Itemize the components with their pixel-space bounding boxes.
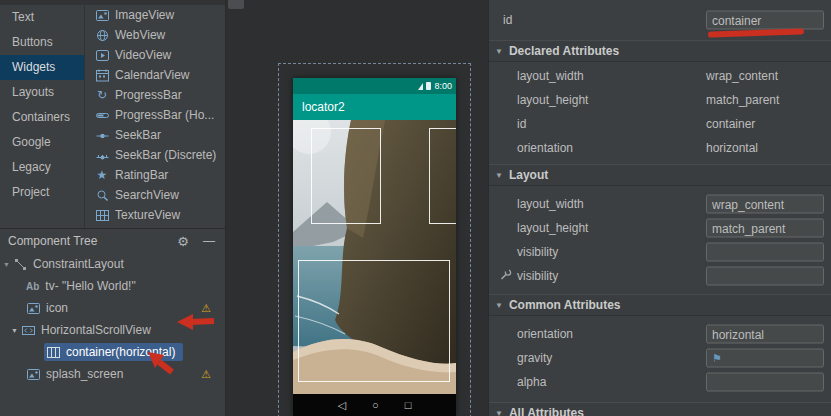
tree-item-icon[interactable]: icon ⚠ [0, 297, 225, 319]
attr-row: layout_height match_parent [489, 88, 831, 112]
palette-item-seekbar-discrete[interactable]: SeekBar (Discrete) [85, 145, 225, 165]
design-surface[interactable]: 8:00 locator2 [225, 0, 488, 416]
searchview-icon [95, 189, 109, 202]
layout-height-input[interactable]: match_parent [706, 219, 824, 238]
linearlayout-horizontal-icon [46, 346, 60, 359]
nav-recents-icon: □ [405, 399, 412, 411]
tree-item-label: tv- "Hello World!" [45, 279, 135, 293]
view-bounds-overlay [429, 128, 456, 224]
gravity-input[interactable]: ⚑ [706, 349, 824, 368]
attr-label: visibility [517, 269, 558, 283]
attr-row-id: id container [489, 8, 831, 32]
attr-label: alpha [517, 375, 546, 389]
warning-icon[interactable]: ⚠ [201, 368, 211, 381]
palette-item-label: ImageView [115, 8, 174, 22]
id-input-value: container [712, 13, 761, 27]
palette-item-label: CalendarView [115, 68, 190, 82]
ratingbar-icon: ★ [95, 169, 109, 182]
palette-item-imageview[interactable]: ImageView [85, 5, 225, 25]
tree-item-constraintlayout[interactable]: ▼ ConstraintLayout [0, 253, 225, 275]
palette-item-progressbar[interactable]: ↻ ProgressBar [85, 85, 225, 105]
warning-icon[interactable]: ⚠ [201, 302, 211, 315]
palette-item-label: SeekBar [115, 128, 161, 142]
tree-item-container[interactable]: container(horizontal) [0, 341, 225, 363]
id-input[interactable]: container [706, 11, 824, 30]
orientation-input[interactable]: horizontal [706, 325, 824, 344]
palette-item-ratingbar[interactable]: ★ RatingBar [85, 165, 225, 185]
palette-item-progressbar-horizontal[interactable]: ProgressBar (Ho... [85, 105, 225, 125]
phone-status-bar: 8:00 [293, 78, 456, 94]
palette-item-label: RatingBar [115, 168, 168, 182]
progressbar-icon: ↻ [95, 89, 109, 102]
videoview-icon [95, 49, 109, 62]
attr-row: layout_width wrap_content [489, 64, 831, 88]
layout-width-input[interactable]: wrap_content [706, 195, 824, 214]
palette-item-webview[interactable]: WebView [85, 25, 225, 45]
palette-item-label: SeekBar (Discrete) [115, 148, 216, 162]
battery-icon [426, 82, 431, 90]
palette-item-calendarview[interactable]: CalendarView [85, 65, 225, 85]
palette-item-seekbar[interactable]: SeekBar [85, 125, 225, 145]
chevron-down-icon: ▼ [495, 47, 503, 56]
imageview-icon [95, 9, 109, 22]
palette-item-label: ProgressBar (Ho... [115, 108, 214, 122]
chevron-down-icon[interactable]: ▼ [3, 261, 13, 268]
textview-icon: Ab [26, 281, 39, 292]
palette-category-legacy[interactable]: Legacy [0, 155, 84, 180]
tree-item-splash-screen[interactable]: splash_screen ⚠ [0, 363, 225, 385]
component-tree-title: Component Tree [8, 234, 177, 248]
tree-item-label: splash_screen [46, 367, 123, 381]
attr-label: id [503, 13, 512, 27]
attr-label: visibility [517, 245, 558, 259]
preview-image [293, 120, 456, 394]
attr-row: visibility [489, 264, 831, 288]
palette-item-label: VideoView [115, 48, 171, 62]
section-common-attributes[interactable]: ▼ Common Attributes [489, 294, 831, 316]
tree-item-horizontalscrollview[interactable]: ▼ HorizontalScrollView [0, 319, 225, 341]
imageview-icon [26, 368, 40, 381]
section-layout[interactable]: ▼ Layout [489, 164, 831, 186]
palette-category-text[interactable]: Text [0, 5, 84, 30]
palette-item-searchview[interactable]: SearchView [85, 185, 225, 205]
attr-row: orientation horizontal [489, 136, 831, 160]
palette-category-project[interactable]: Project [0, 180, 84, 205]
attr-value[interactable]: container [706, 117, 824, 131]
flag-icon[interactable]: ⚑ [712, 352, 722, 365]
attr-row: gravity ⚑ [489, 346, 831, 370]
palette-item-textureview[interactable]: TextureView [85, 205, 225, 225]
palette-category-buttons[interactable]: Buttons [0, 30, 84, 55]
palette-category-widgets[interactable]: Widgets [0, 55, 84, 80]
attr-row: orientation horizontal [489, 322, 831, 346]
phone-preview[interactable]: 8:00 locator2 [293, 78, 456, 416]
nav-home-icon: ○ [372, 399, 379, 411]
section-all-attributes[interactable]: ▼ All Attributes [489, 402, 831, 416]
view-bounds-overlay [311, 128, 381, 224]
signal-icon [418, 83, 423, 90]
palette-category-layouts[interactable]: Layouts [0, 80, 84, 105]
tools-visibility-input[interactable] [706, 267, 824, 286]
view-bounds-overlay [298, 260, 450, 382]
attr-value[interactable]: wrap_content [706, 69, 824, 83]
section-declared-attributes[interactable]: ▼ Declared Attributes [489, 40, 831, 62]
calendarview-icon [95, 69, 109, 82]
attr-value[interactable]: horizontal [706, 141, 824, 155]
palette-item-videoview[interactable]: VideoView [85, 45, 225, 65]
chevron-down-icon[interactable]: ▼ [11, 327, 21, 334]
seekbar-discrete-icon [95, 149, 109, 162]
wrench-icon [500, 269, 512, 284]
section-title: All Attributes [509, 406, 584, 416]
gear-icon[interactable]: ⚙ [177, 234, 189, 249]
palette-category-containers[interactable]: Containers [0, 105, 84, 130]
attr-value[interactable]: match_parent [706, 93, 824, 107]
constraintlayout-icon [13, 258, 27, 271]
palette-category-google[interactable]: Google [0, 130, 84, 155]
alpha-input[interactable] [706, 373, 824, 392]
section-title: Declared Attributes [509, 44, 619, 58]
minimize-icon[interactable]: — [203, 234, 215, 248]
tree-item-label: container(horizontal) [66, 345, 175, 359]
nav-back-icon: ◁ [338, 399, 346, 412]
visibility-input[interactable] [706, 243, 824, 262]
tree-item-textview[interactable]: Ab tv- "Hello World!" [0, 275, 225, 297]
design-tab [228, 0, 244, 9]
attr-row: layout_width wrap_content [489, 192, 831, 216]
